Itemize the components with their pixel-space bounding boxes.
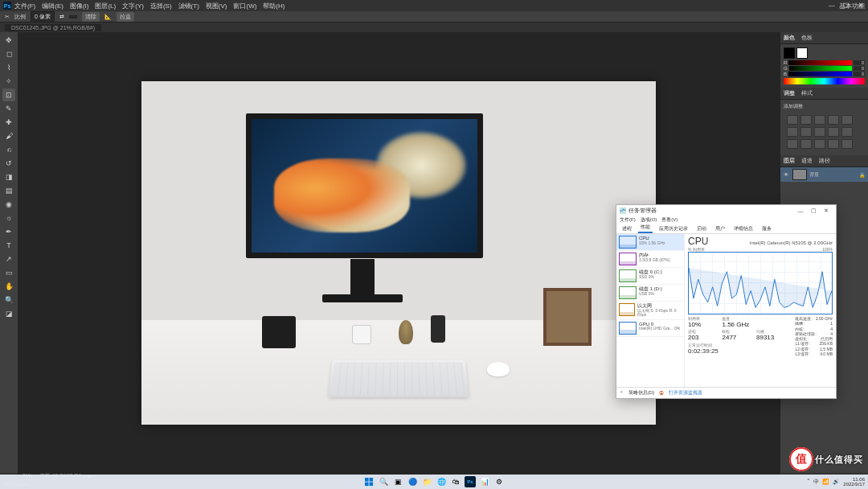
tab-processes[interactable]: 进程 [620,224,634,233]
app-icon-2[interactable]: ⚙ [493,476,505,487]
g-value[interactable]: 0 [854,66,865,71]
sidebar-item-gpu[interactable]: GPU 0Intel(R) UHD Gra... 0% [616,320,684,337]
ratio-field-2[interactable] [69,15,77,18]
tm-titlebar[interactable]: 任务管理器 — ▢ ✕ [616,205,836,216]
lasso-tool-icon[interactable]: ⌇ [2,61,15,74]
fg-color-swatch[interactable] [784,47,795,59]
sidebar-item-cpu[interactable]: CPU10% 1.56 GHz [616,234,684,251]
crop-tool-icon[interactable]: ⊡ [2,88,15,101]
sidebar-item-ethernet[interactable]: 以太网以太网 S: 0 Kbps R: 0 Kbps [616,302,684,320]
tm-menu-file[interactable]: 文件(F) [620,216,636,224]
adj-invert-icon[interactable] [787,139,798,149]
tab-details[interactable]: 详细信息 [731,224,755,233]
menu-type[interactable]: 文字(Y) [122,2,144,10]
gradient-tool-icon[interactable]: ▤ [2,184,15,197]
wand-tool-icon[interactable]: ✧ [2,75,15,88]
menu-layer[interactable]: 图层(L) [95,2,116,10]
windows-taskbar[interactable]: 🔍 ▣ 🔵 📁 🌐 🛍 Ps 📊 ⚙ ˄ 中 📶 🔊 11:06 2022/9/… [0,475,868,489]
adj-hue-icon[interactable] [787,127,798,137]
fg-bg-color-icon[interactable]: ◪ [2,307,15,320]
document-tab[interactable]: DSC01245.JPG @ 21%,RGB/8#) [5,24,101,31]
menu-help[interactable]: 帮助(H) [263,2,285,10]
hue-bar[interactable] [784,78,865,84]
b-slider[interactable] [788,72,852,76]
task-manager-window[interactable]: 任务管理器 — ▢ ✕ 文件(F) 选项(O) 查看(V) 进程 性能 应用历史… [616,204,837,399]
fewer-details-button[interactable]: 简略信息(D) [628,389,654,397]
wifi-icon[interactable]: 📶 [822,479,829,485]
bg-color-swatch[interactable] [796,47,808,59]
adj-threshold-icon[interactable] [814,139,825,149]
tm-maximize-button[interactable]: ▢ [807,208,820,214]
tab-layers[interactable]: 图层 [784,157,795,165]
straighten-icon[interactable]: 📐 [104,14,112,20]
start-button[interactable] [363,476,375,487]
adj-vibrance-icon[interactable] [841,115,853,125]
explorer-icon[interactable]: 📁 [421,476,432,487]
adj-selective-icon[interactable] [841,139,853,149]
adj-photo-filter-icon[interactable] [814,127,825,137]
document-canvas[interactable] [141,81,656,425]
fewer-details-icon[interactable]: ⌃ [620,390,624,396]
menu-file[interactable]: 文件(F) [14,2,35,10]
adj-bw-icon[interactable] [800,127,812,137]
history-brush-tool-icon[interactable]: ↺ [2,157,15,170]
adj-mixer-icon[interactable] [828,127,839,137]
tab-services[interactable]: 服务 [760,224,774,233]
eyedropper-tool-icon[interactable]: ✎ [2,102,15,115]
ps-close-button[interactable]: ✕ [854,0,868,10]
heal-tool-icon[interactable]: ✚ [2,116,15,129]
b-value[interactable]: 0 [854,72,865,76]
sidebar-item-memory[interactable]: 内存3.3/3.8 GB (87%) [616,251,684,268]
dodge-tool-icon[interactable]: ☼ [2,212,15,224]
system-tray[interactable]: ˄ 中 📶 🔊 11:06 2022/9/17 [807,477,865,487]
visibility-icon[interactable]: 👁 [784,172,790,177]
tray-chevron-icon[interactable]: ˄ [807,479,810,485]
photoshop-taskbar-icon[interactable]: Ps [465,476,476,487]
eraser-tool-icon[interactable]: ◨ [2,171,15,183]
stamp-tool-icon[interactable]: ⎌ [2,143,15,156]
shape-tool-icon[interactable]: ▭ [2,266,15,279]
adj-brightness-icon[interactable] [787,115,798,125]
open-resmon-link[interactable]: 打开资源监视器 [669,389,702,397]
menu-select[interactable]: 选择(S) [150,2,172,10]
tab-performance[interactable]: 性能 [638,223,653,233]
hand-tool-icon[interactable]: ✋ [2,280,15,293]
menu-window[interactable]: 窗口(W) [233,2,256,10]
tab-swatches[interactable]: 色板 [801,34,813,42]
swap-icon[interactable]: ⇄ [59,14,64,20]
adj-gradient-icon[interactable] [828,139,839,149]
tab-startup[interactable]: 启动 [694,224,709,233]
straighten-button[interactable]: 拉直 [117,12,134,22]
layer-thumbnail[interactable] [792,169,807,180]
tab-styles[interactable]: 样式 [801,89,813,97]
volume-icon[interactable]: 🔊 [833,479,840,485]
tm-menu-view[interactable]: 查看(V) [661,216,678,224]
menu-filter[interactable]: 滤镜(T) [178,2,199,10]
adj-exposure-icon[interactable] [828,115,839,125]
store-icon[interactable]: 🛍 [450,476,461,487]
r-value[interactable]: 0 [854,60,865,65]
move-tool-icon[interactable]: ✥ [2,34,15,47]
zoom-tool-icon[interactable]: 🔍 [2,294,15,306]
adj-levels-icon[interactable] [800,115,812,125]
layer-row[interactable]: 👁 背景 🔒 [780,167,868,182]
r-slider[interactable] [788,60,852,65]
blur-tool-icon[interactable]: ◉ [2,198,15,211]
path-tool-icon[interactable]: ↗ [2,253,15,265]
tab-users[interactable]: 用户 [713,224,727,233]
taskbar-clock[interactable]: 11:06 2022/9/17 [843,477,865,487]
search-icon[interactable]: 🔍 [378,476,389,487]
clear-button[interactable]: 清除 [82,12,100,22]
tab-channels[interactable]: 通道 [801,157,813,165]
menu-view[interactable]: 视图(V) [206,2,227,10]
adj-curves-icon[interactable] [814,115,825,125]
tab-paths[interactable]: 路径 [819,157,830,165]
tab-color[interactable]: 颜色 [784,34,795,42]
tm-close-button[interactable]: ✕ [820,208,833,214]
ratio-field[interactable]: 0 像素 [31,11,55,23]
brush-tool-icon[interactable]: 🖌 [2,129,15,142]
ps-maximize-button[interactable]: ▢ [839,0,854,10]
sidebar-item-disk-c[interactable]: 磁盘 0 (C:)SSD 0% [616,268,684,285]
tm-minimize-button[interactable]: — [794,208,807,214]
menu-edit[interactable]: 编辑(E) [42,2,63,10]
